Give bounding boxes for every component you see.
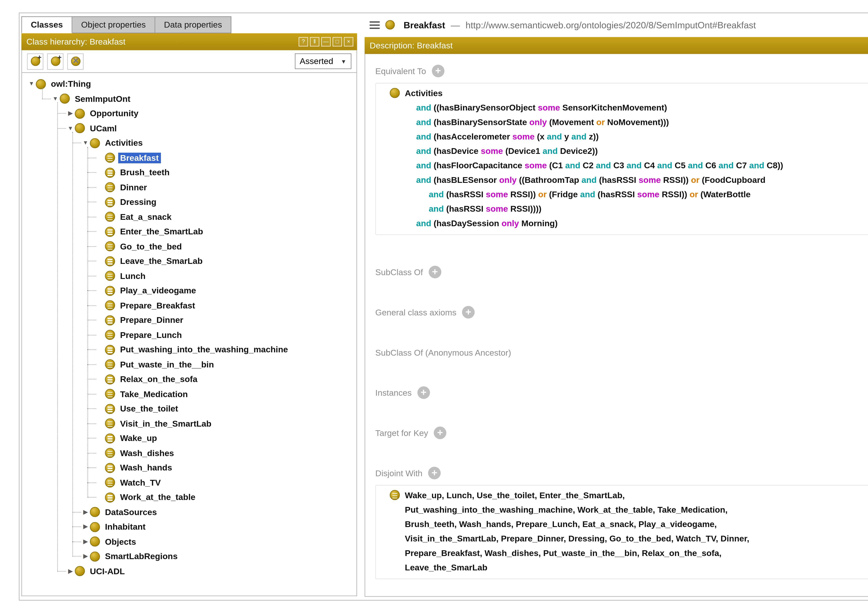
tree-connector xyxy=(87,246,96,247)
tree-connector xyxy=(87,231,96,232)
hierarchy-mode-dropdown[interactable]: Asserted ▼ xyxy=(295,53,352,69)
tree-connector xyxy=(87,320,96,320)
disjoint-line: Leave_the_SmarLab xyxy=(405,560,868,575)
tree-connector xyxy=(57,128,66,129)
hierarchy-mode-value: Asserted xyxy=(300,57,333,66)
section-label: Instances xyxy=(375,388,412,397)
tree-item-label: Wash_dishes xyxy=(118,448,176,458)
class-icon xyxy=(60,94,70,104)
tree-item-label: Brush_teeth xyxy=(118,167,172,178)
tree-expand-arrow[interactable]: ▶ xyxy=(81,539,90,544)
tree-expand-arrow[interactable]: ▼ xyxy=(27,81,36,87)
tree-item-label: Go_to_the_bed xyxy=(118,241,184,252)
tree-item-label: Use_the_toilet xyxy=(118,404,180,414)
equivalent-class-icon xyxy=(105,389,115,399)
class-hierarchy-header: Class hierarchy: Breakfast ?‖—□× xyxy=(21,33,357,50)
split-view-icon[interactable]: ‖ xyxy=(310,37,319,46)
equivalent-expression: and ((hasBinarySensorObject some SensorK… xyxy=(405,101,868,230)
add-instance-button[interactable]: + xyxy=(417,386,430,399)
float-view-icon[interactable]: — xyxy=(321,37,330,46)
tree-connector xyxy=(72,556,81,557)
tree-item-label: Wash_hands xyxy=(118,463,174,473)
tree-item-label: Inhabitant xyxy=(103,522,147,532)
equivalent-class-icon xyxy=(390,490,400,500)
equivalent-class-icon xyxy=(105,448,115,458)
equivalent-class-icon xyxy=(105,345,115,355)
expression-line: and (hasBLESensor only ((BathroomTap and… xyxy=(416,173,868,187)
add-equivalent-class-button[interactable]: + xyxy=(432,65,444,77)
tree-expand-arrow[interactable]: ▶ xyxy=(66,568,75,574)
add-general-axiom-button[interactable]: + xyxy=(462,306,474,319)
class-icon xyxy=(75,108,85,119)
tree-item-label: Watch_TV xyxy=(118,477,163,488)
tree-item-label: Opportunity xyxy=(88,108,140,119)
equivalent-class-icon xyxy=(105,492,115,503)
equivalent-class-name: Activities xyxy=(405,86,868,101)
entity-iri: http://www.semanticweb.org/ontologies/20… xyxy=(466,20,756,30)
tree-connector xyxy=(87,408,96,409)
tree-item-Opportunity[interactable]: ▶Opportunity xyxy=(22,106,356,121)
equivalent-class-icon xyxy=(105,300,115,311)
tree-item-UCI-ADL[interactable]: ▶UCI-ADL xyxy=(22,564,356,579)
section-instances: Instances + xyxy=(375,386,868,399)
tree-item-owl:Thing[interactable]: ▼owl:Thing xyxy=(22,77,356,91)
add-subclass-button[interactable]: + xyxy=(27,53,43,70)
class-icon xyxy=(75,123,85,133)
tree-connector xyxy=(72,143,81,144)
tree-connector xyxy=(87,438,96,439)
disjoint-line: Prepare_Breakfast, Wash_dishes, Put_wast… xyxy=(405,546,868,560)
tree-expand-arrow[interactable]: ▶ xyxy=(81,524,90,530)
section-label: General class axioms xyxy=(375,308,456,317)
help-icon[interactable]: ? xyxy=(299,37,308,46)
tree-connector xyxy=(87,202,96,203)
tree-item-label: Take_Medication xyxy=(118,389,190,399)
tree-item-SemImputOnt[interactable]: ▼SemImputOnt xyxy=(22,91,356,106)
class-icon xyxy=(90,138,100,148)
equivalent-class-icon xyxy=(105,197,115,207)
equivalent-class-axiom[interactable]: Activities and ((hasBinarySensorObject s… xyxy=(375,83,868,235)
delete-class-button[interactable]: ✕ xyxy=(67,53,84,70)
equivalent-class-icon xyxy=(105,433,115,443)
maximize-view-icon[interactable]: □ xyxy=(333,37,342,46)
tree-connector xyxy=(87,187,96,188)
equivalent-class-icon xyxy=(105,241,115,251)
class-tree: ▼owl:Thing▼SemImputOnt▶Opportunity▼UCaml… xyxy=(21,73,357,596)
delete-icon: ✕ xyxy=(72,56,79,64)
add-disjoint-class-button[interactable]: + xyxy=(428,467,440,480)
entity-name: Breakfast xyxy=(404,20,445,30)
equivalent-class-icon xyxy=(105,271,115,281)
menu-icon[interactable] xyxy=(370,21,380,28)
tab-object-properties[interactable]: Object properties xyxy=(72,16,155,33)
tree-expand-arrow[interactable]: ▼ xyxy=(81,140,90,146)
expression-line: and (hasDevice some (Device1 and Device2… xyxy=(416,144,868,158)
equivalent-class-icon xyxy=(105,478,115,488)
close-view-icon[interactable]: × xyxy=(344,37,353,46)
tree-connector xyxy=(87,147,88,498)
class-icon xyxy=(90,522,100,532)
add-sibling-class-button[interactable]: + xyxy=(47,53,64,70)
tree-expand-arrow[interactable]: ▶ xyxy=(66,111,75,116)
tree-item-label: Eat_a_snack xyxy=(118,212,174,222)
equivalent-class-icon xyxy=(105,212,115,222)
equivalent-class-icon xyxy=(105,315,115,325)
tree-expand-arrow[interactable]: ▼ xyxy=(66,125,75,131)
section-subclass-of-anonymous: SubClass Of (Anonymous Ancestor) xyxy=(375,346,868,359)
tree-connector xyxy=(57,102,58,571)
section-label: Disjoint With xyxy=(375,469,423,478)
tree-connector xyxy=(87,364,96,365)
tree-item-label: Relax_on_the_sofa xyxy=(118,374,199,385)
tab-classes[interactable]: Classes xyxy=(21,16,72,33)
add-key-button[interactable]: + xyxy=(434,427,446,439)
add-superclass-button[interactable]: + xyxy=(429,266,441,278)
tree-connector xyxy=(87,423,96,424)
tree-expand-arrow[interactable]: ▶ xyxy=(81,554,90,559)
tree-expand-arrow[interactable]: ▶ xyxy=(81,509,90,515)
tree-item-label: Leave_the_SmarLab xyxy=(118,256,205,267)
tree-expand-arrow[interactable]: ▼ xyxy=(51,96,60,102)
class-icon xyxy=(390,88,400,98)
tab-data-properties[interactable]: Data properties xyxy=(155,16,231,33)
disjoint-line: Wake_up, Lunch, Use_the_toilet, Enter_th… xyxy=(405,488,868,503)
disjoint-classes-axiom[interactable]: Wake_up, Lunch, Use_the_toilet, Enter_th… xyxy=(375,485,868,579)
disjoint-text: Wake_up, Lunch, Use_the_toilet, Enter_th… xyxy=(405,488,868,575)
view-header-icons: ?‖—□× xyxy=(299,37,357,46)
